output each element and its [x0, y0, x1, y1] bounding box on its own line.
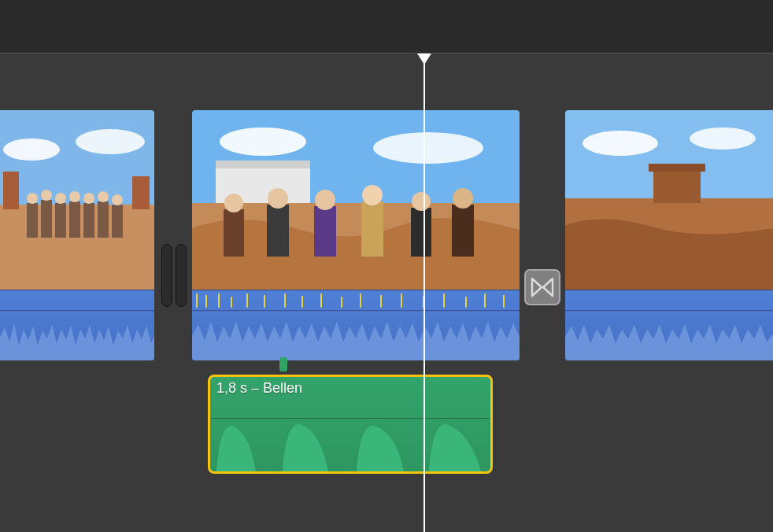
- svg-rect-63: [649, 164, 705, 172]
- clip-audio-waveform[interactable]: [565, 290, 773, 360]
- video-clip[interactable]: [192, 110, 520, 360]
- svg-point-2: [76, 129, 145, 154]
- svg-point-28: [224, 194, 243, 212]
- sound-effect-clip[interactable]: 1,8 s – Bellen: [208, 375, 493, 474]
- svg-point-17: [83, 193, 94, 204]
- video-clip[interactable]: [565, 110, 773, 360]
- trim-handle[interactable]: [176, 244, 187, 307]
- svg-point-34: [362, 185, 383, 205]
- svg-rect-29: [267, 205, 289, 257]
- svg-rect-27: [224, 209, 244, 257]
- toolbar: [0, 0, 773, 54]
- transition-icon[interactable]: [524, 269, 560, 305]
- video-track: [0, 110, 773, 360]
- clip-thumbnail: [0, 110, 154, 290]
- trim-handle[interactable]: [161, 244, 172, 307]
- sfx-waveform: [210, 416, 490, 471]
- clip-audio-waveform[interactable]: [0, 290, 154, 360]
- svg-rect-6: [27, 203, 38, 238]
- svg-point-15: [55, 193, 66, 204]
- svg-rect-25: [216, 161, 310, 168]
- svg-rect-37: [452, 205, 474, 257]
- svg-rect-8: [55, 203, 66, 238]
- svg-rect-31: [314, 206, 336, 257]
- svg-point-19: [112, 194, 123, 205]
- timeline[interactable]: 1,8 s – Bellen: [0, 54, 773, 532]
- svg-point-13: [27, 193, 38, 204]
- sfx-label: 1,8 s – Bellen: [216, 380, 302, 397]
- svg-point-30: [268, 188, 288, 209]
- svg-point-38: [453, 188, 473, 209]
- svg-rect-11: [98, 201, 109, 238]
- svg-rect-10: [83, 203, 94, 238]
- svg-rect-9: [69, 201, 80, 238]
- clip-thumbnail: [192, 110, 520, 290]
- svg-point-1: [3, 139, 60, 161]
- svg-point-14: [41, 190, 52, 201]
- clip-thumbnail: [565, 110, 773, 290]
- svg-point-60: [690, 127, 756, 150]
- video-clip[interactable]: [0, 110, 154, 360]
- playhead[interactable]: [423, 54, 425, 532]
- svg-point-59: [583, 131, 658, 156]
- svg-point-32: [315, 190, 335, 210]
- svg-rect-33: [361, 201, 383, 257]
- svg-point-23: [373, 132, 483, 164]
- svg-rect-4: [3, 172, 19, 209]
- clip-audio-waveform[interactable]: [192, 290, 520, 360]
- svg-point-36: [412, 192, 431, 211]
- svg-rect-12: [112, 205, 123, 238]
- svg-point-22: [220, 127, 306, 156]
- sfx-anchor-pin[interactable]: [279, 357, 287, 371]
- svg-rect-35: [411, 208, 431, 257]
- svg-point-16: [69, 191, 80, 202]
- svg-point-18: [98, 191, 109, 202]
- svg-rect-7: [41, 200, 52, 238]
- svg-rect-5: [132, 176, 150, 209]
